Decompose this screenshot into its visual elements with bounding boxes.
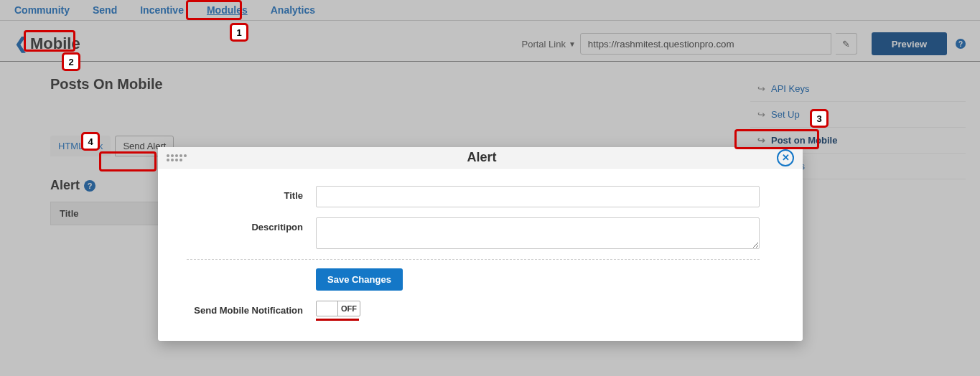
modal-close-button[interactable]: ✕: [777, 149, 794, 166]
callout-box-2: [24, 30, 75, 52]
save-changes-button[interactable]: Save Changes: [316, 268, 403, 291]
input-title[interactable]: [316, 186, 760, 207]
modal-header: Alert ✕: [158, 147, 803, 169]
row-title: Title: [187, 186, 760, 207]
row-notification: Send Mobile Notification OFF: [187, 301, 760, 321]
label-notification: Send Mobile Notification: [187, 301, 316, 316]
modal-body: Title Descritipon Save Changes Send Mobi…: [158, 169, 803, 341]
callout-2: 2: [62, 52, 80, 71]
notification-toggle[interactable]: OFF: [316, 301, 360, 316]
callout-box-1: [186, 0, 242, 20]
close-icon: ✕: [782, 152, 790, 163]
input-description[interactable]: [316, 217, 760, 249]
callout-4: 4: [81, 132, 100, 151]
callout-1: 1: [230, 23, 248, 42]
callout-box-3: [734, 129, 819, 149]
toggle-off-label: OFF: [338, 301, 360, 316]
row-description: Descritipon: [187, 217, 760, 249]
row-save: Save Changes: [187, 268, 760, 291]
callout-box-4: [99, 151, 157, 171]
alert-modal: Alert ✕ Title Descritipon Save Changes S…: [158, 147, 803, 341]
drag-handle-icon[interactable]: [158, 154, 187, 161]
label-description: Descritipon: [187, 217, 316, 232]
modal-title: Alert: [187, 150, 777, 165]
toggle-knob: [317, 301, 338, 316]
callout-3: 3: [810, 109, 829, 128]
label-title: Title: [187, 186, 316, 201]
toggle-underline: [316, 319, 359, 321]
divider: [187, 259, 760, 260]
